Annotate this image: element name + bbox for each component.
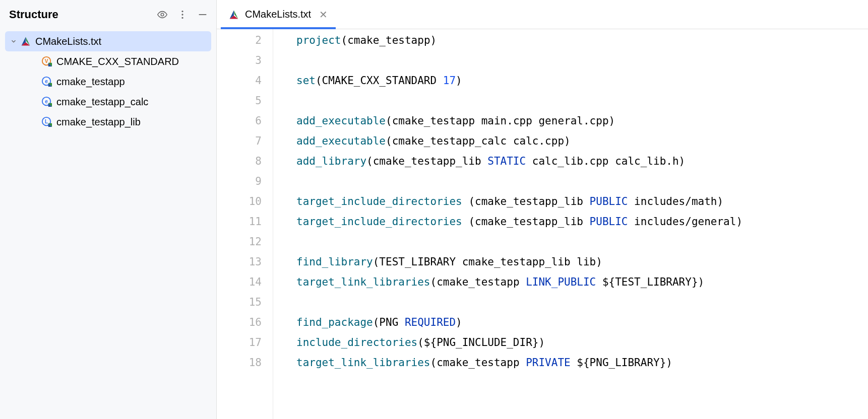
line-number: 8 (217, 151, 273, 171)
visibility-icon[interactable] (156, 8, 169, 21)
code-line (296, 50, 868, 71)
line-number: 9 (217, 171, 273, 191)
line-number: 13 (217, 252, 273, 272)
code-line (296, 292, 868, 312)
line-number: 16 (217, 312, 273, 332)
tree-item[interactable]: ecmake_testapp_calc (5, 92, 211, 112)
structure-title: Structure (9, 8, 58, 21)
code-line: project(cmake_testapp) (296, 30, 868, 50)
line-number: 12 (217, 232, 273, 252)
line-number: 4 (217, 71, 273, 91)
tree-item[interactable]: ecmake_testapp (5, 72, 211, 92)
tree-item-label: cmake_testapp_lib (56, 116, 141, 128)
chevron-down-icon (9, 38, 18, 45)
line-number: 15 (217, 292, 273, 312)
code-line: set(CMAKE_CXX_STANDARD 17) (296, 71, 868, 91)
svg-point-0 (161, 13, 164, 16)
tree-root-cmakelists[interactable]: CMakeLists.txt (5, 31, 211, 51)
code-line: include_directories(${PNG_INCLUDE_DIR}) (296, 332, 868, 353)
more-icon[interactable] (176, 8, 189, 21)
code-line: find_package(PNG REQUIRED) (296, 312, 868, 332)
code-line: target_link_libraries(cmake_testapp LINK… (296, 272, 868, 292)
line-number: 11 (217, 212, 273, 232)
tab-cmakelists[interactable]: CMakeLists.txt ✕ (221, 0, 336, 29)
line-number: 18 (217, 353, 273, 373)
code-content: project(cmake_testapp) set(CMAKE_CXX_STA… (273, 29, 868, 419)
gutter: 23456789101112131415161718 (217, 29, 273, 419)
svg-point-1 (181, 11, 183, 12)
tab-bar: CMakeLists.txt ✕ (217, 0, 868, 29)
structure-header: Structure (0, 0, 216, 29)
structure-actions (156, 8, 209, 21)
line-number: 17 (217, 332, 273, 353)
cmake-icon (20, 36, 31, 47)
tree-item-label: CMAKE_CXX_STANDARD (56, 56, 179, 67)
code-line: add_library(cmake_testapp_lib STATIC cal… (296, 151, 868, 171)
svg-text:e: e (45, 79, 48, 84)
cmake-icon (229, 9, 240, 20)
code-line: target_include_directories (cmake_testap… (296, 212, 868, 232)
tree-item[interactable]: VCMAKE_CXX_STANDARD (5, 51, 211, 72)
svg-point-2 (181, 14, 183, 15)
code-line (296, 232, 868, 252)
tree-item-label: cmake_testapp (56, 76, 125, 88)
line-number: 3 (217, 50, 273, 71)
tab-label: CMakeLists.txt (245, 9, 311, 20)
exe-icon: e (41, 76, 52, 87)
svg-text:e: e (45, 99, 48, 104)
tree-item[interactable]: Lcmake_testapp_lib (5, 112, 211, 132)
tree-root-label: CMakeLists.txt (35, 36, 101, 47)
line-number: 2 (217, 30, 273, 50)
line-number: 5 (217, 91, 273, 111)
lib-icon: L (41, 116, 52, 127)
minimize-icon[interactable] (196, 8, 209, 21)
line-number: 10 (217, 191, 273, 212)
line-number: 6 (217, 111, 273, 131)
svg-text:V: V (45, 58, 48, 64)
code-editor[interactable]: 23456789101112131415161718 project(cmake… (217, 29, 868, 419)
close-icon[interactable]: ✕ (319, 9, 328, 21)
line-number: 7 (217, 131, 273, 151)
structure-panel: Structure (0, 0, 217, 419)
code-line: find_library(TEST_LIBRARY cmake_testapp_… (296, 252, 868, 272)
structure-tree: CMakeLists.txt VCMAKE_CXX_STANDARDecmake… (0, 29, 216, 134)
tree-item-label: cmake_testapp_calc (56, 96, 148, 108)
code-line (296, 171, 868, 191)
svg-text:L: L (45, 119, 48, 124)
code-line: target_link_libraries(cmake_testapp PRIV… (296, 353, 868, 373)
var-icon: V (41, 56, 52, 67)
code-line: target_include_directories (cmake_testap… (296, 191, 868, 212)
code-line: add_executable(cmake_testapp main.cpp ge… (296, 111, 868, 131)
exe-icon: e (41, 96, 52, 107)
editor-area: CMakeLists.txt ✕ 23456789101112131415161… (217, 0, 868, 419)
code-line: add_executable(cmake_testapp_calc calc.c… (296, 131, 868, 151)
line-number: 14 (217, 272, 273, 292)
svg-point-3 (181, 17, 183, 19)
code-line (296, 91, 868, 111)
